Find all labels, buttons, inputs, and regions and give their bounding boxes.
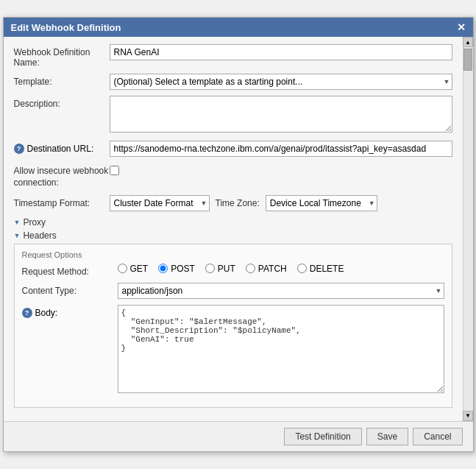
description-control <box>110 96 452 135</box>
timestamp-select-wrapper: Cluster Date Format ▼ <box>110 195 210 211</box>
test-definition-button[interactable]: Test Definition <box>284 428 361 445</box>
radio-put-input[interactable] <box>205 264 215 273</box>
timezone-select[interactable]: Device Local Timezone <box>266 195 377 211</box>
radio-get-input[interactable] <box>118 264 127 273</box>
dialog-content: Webhook Definition Name: Template: (Opti… <box>4 37 463 420</box>
body-label: Body: <box>35 308 58 318</box>
content-type-control: application/json ▼ <box>118 283 444 299</box>
radio-patch-input[interactable] <box>246 264 255 273</box>
dialog-footer: Test Definition Save Cancel <box>4 421 473 451</box>
request-method-label: Request Method: <box>22 264 118 277</box>
radio-patch-label: PATCH <box>258 264 287 274</box>
body-help-icon[interactable]: ? <box>22 308 32 318</box>
content-type-label: Content Type: <box>22 283 118 296</box>
radio-post: POST <box>158 264 195 274</box>
allow-insecure-row: Allow insecure webhook connection: <box>14 163 452 188</box>
description-row: Description: <box>14 96 452 135</box>
timestamp-inline: Cluster Date Format ▼ Time Zone: Device … <box>110 195 452 211</box>
request-method-control: GET POST PUT <box>118 264 444 274</box>
radio-patch: PATCH <box>246 264 287 274</box>
destination-url-label-wrapper: ? Destination URL: <box>14 141 110 154</box>
timezone-label: Time Zone: <box>216 198 260 208</box>
template-select[interactable]: (Optional) Select a template as a starti… <box>110 74 452 90</box>
edit-webhook-dialog: Edit Webhook Definition ✕ Webhook Defini… <box>3 17 474 451</box>
template-row: Template: (Optional) Select a template a… <box>14 74 452 90</box>
destination-url-control <box>110 141 452 157</box>
save-button[interactable]: Save <box>366 428 408 445</box>
body-control: { "GenInput": "$alertMessage", "Short_De… <box>118 305 444 395</box>
dialog-title: Edit Webhook Definition <box>11 22 121 33</box>
headers-header[interactable]: ▼ Headers <box>14 230 452 241</box>
request-method-row: Request Method: GET POST <box>22 264 444 277</box>
name-label: Webhook Definition Name: <box>14 44 110 68</box>
name-row: Webhook Definition Name: <box>14 44 452 68</box>
destination-url-help-icon[interactable]: ? <box>14 144 24 154</box>
scroll-down-arrow[interactable]: ▼ <box>463 411 473 421</box>
timestamp-control: Cluster Date Format ▼ Time Zone: Device … <box>110 195 452 211</box>
content-type-select[interactable]: application/json <box>118 283 444 299</box>
description-textarea[interactable] <box>110 96 452 133</box>
content-type-row: Content Type: application/json ▼ <box>22 283 444 299</box>
allow-insecure-label: Allow insecure webhook connection: <box>14 163 110 188</box>
name-control <box>110 44 452 60</box>
request-options-section: Request Options Request Method: GET <box>14 244 452 408</box>
radio-group: GET POST PUT <box>118 264 444 274</box>
proxy-label: Proxy <box>23 217 46 228</box>
template-label: Template: <box>14 74 110 87</box>
timezone-select-wrapper: Device Local Timezone ▼ <box>266 195 377 211</box>
radio-get-label: GET <box>130 264 149 274</box>
dialog-titlebar: Edit Webhook Definition ✕ <box>4 18 473 37</box>
timestamp-row: Timestamp Format: Cluster Date Format ▼ … <box>14 195 452 211</box>
destination-url-input[interactable] <box>110 141 452 157</box>
scroll-up-arrow[interactable]: ▲ <box>463 37 473 47</box>
radio-delete: DELETE <box>297 264 344 274</box>
radio-put: PUT <box>205 264 235 274</box>
body-textarea[interactable]: { "GenInput": "$alertMessage", "Short_De… <box>118 305 444 393</box>
radio-put-label: PUT <box>218 264 235 274</box>
headers-label: Headers <box>23 230 56 241</box>
body-row: ? Body: { "GenInput": "$alertMessage", "… <box>22 305 444 395</box>
destination-url-label: Destination URL: <box>27 144 94 154</box>
allow-insecure-checkbox[interactable] <box>110 166 119 175</box>
radio-post-label: POST <box>171 264 195 274</box>
headers-collapse-arrow: ▼ <box>14 232 21 239</box>
scrollbar-thumb[interactable] <box>463 49 472 71</box>
request-options-title: Request Options <box>22 250 444 259</box>
timestamp-format-label: Timestamp Format: <box>14 195 110 208</box>
radio-delete-label: DELETE <box>310 264 344 274</box>
radio-post-input[interactable] <box>158 264 168 273</box>
scrollbar: ▲ ▼ <box>463 37 473 420</box>
name-input[interactable] <box>110 44 452 60</box>
dialog-body: Webhook Definition Name: Template: (Opti… <box>4 37 473 420</box>
template-control: (Optional) Select a template as a starti… <box>110 74 452 90</box>
timestamp-format-select[interactable]: Cluster Date Format <box>110 195 210 211</box>
radio-delete-input[interactable] <box>297 264 307 273</box>
proxy-collapse-arrow: ▼ <box>14 219 21 226</box>
description-label: Description: <box>14 96 110 109</box>
body-label-wrapper: ? Body: <box>22 305 118 318</box>
allow-insecure-control <box>110 163 119 175</box>
cancel-button[interactable]: Cancel <box>413 428 462 445</box>
radio-get: GET <box>118 264 149 274</box>
close-button[interactable]: ✕ <box>457 21 466 33</box>
destination-url-row: ? Destination URL: <box>14 141 452 157</box>
proxy-header[interactable]: ▼ Proxy <box>14 217 452 228</box>
